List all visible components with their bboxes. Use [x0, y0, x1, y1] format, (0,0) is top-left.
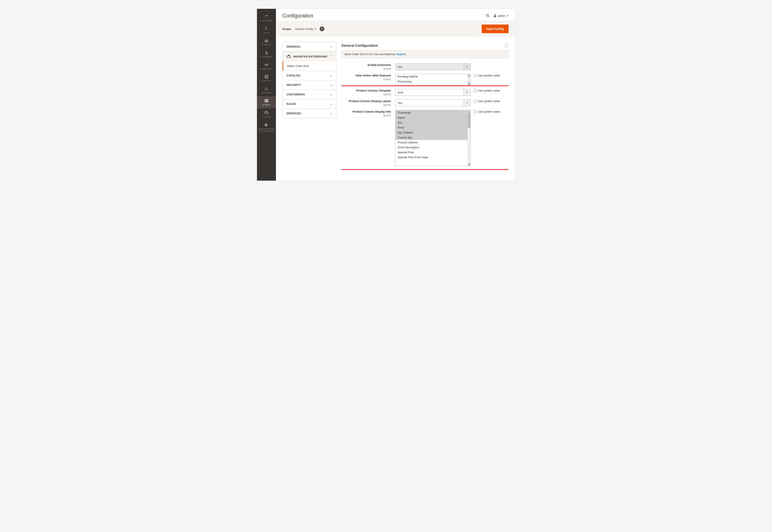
- collapse-button[interactable]: ⌃: [504, 43, 509, 48]
- developer-note: Better Order Grid v2.0.17 was developed …: [341, 50, 509, 58]
- option[interactable]: Pending PayPal: [396, 74, 471, 79]
- dollar-icon: [264, 26, 269, 31]
- field-product-column-display-labels: Product Column Display Labels[global] Ye…: [341, 98, 509, 108]
- field-hide-orders: Hide Orders With Statuses[global] Pendin…: [341, 72, 509, 87]
- option[interactable]: Name: [396, 115, 471, 120]
- system-checkbox[interactable]: [474, 74, 477, 77]
- note-text: Better Order Grid v2.0.17 was developed …: [344, 53, 396, 56]
- highlighted-region: Product Column Template[global] Grid▼ Us…: [341, 87, 509, 168]
- product-column-display-info-multiselect[interactable]: ThumbnailNameSkuPriceQty OrderedCurrent …: [395, 110, 471, 166]
- sidebar-partners[interactable]: FIND PARTNERS & EXTENSIONS: [257, 120, 276, 134]
- resize-handle[interactable]: [468, 164, 471, 166]
- scope-tag: [global]: [383, 78, 391, 81]
- config-nav: GENERAL⌄MAGEFAN EXTENSIONS⌃Better Order …: [282, 42, 336, 181]
- sidebar-label: FIND PARTNERS & EXTENSIONS: [257, 128, 276, 132]
- note-suffix: .: [406, 53, 407, 56]
- puzzle-icon: [264, 123, 269, 127]
- select-value: Yes: [396, 64, 464, 70]
- option[interactable]: Price: [396, 125, 471, 130]
- config-nav-catalog[interactable]: CATALOG⌄: [282, 71, 336, 80]
- use-system-value[interactable]: Use system value: [471, 74, 500, 77]
- sidebar-label: STORES: [262, 104, 270, 106]
- option[interactable]: Current Qty: [396, 135, 471, 140]
- store-icon: [264, 98, 269, 103]
- system-label: Use system value: [478, 74, 500, 77]
- layout-icon: [264, 74, 269, 79]
- dropdown-icon: ▼: [464, 64, 471, 70]
- scope-selector[interactable]: Default Config: [295, 27, 313, 31]
- sidebar-system[interactable]: SYSTEM: [257, 108, 276, 120]
- scope-tag: [global]: [383, 93, 391, 96]
- hide-orders-multiselect[interactable]: Pending PayPal Processing ▲▼: [395, 74, 471, 85]
- scope-help-button[interactable]: ?: [320, 26, 324, 31]
- field-label: Hide Orders With Statuses: [341, 74, 391, 77]
- option[interactable]: Qty Ordered: [396, 130, 471, 135]
- caret-down-icon: ▼: [507, 15, 509, 17]
- sidebar-customers[interactable]: CUSTOMERS: [257, 48, 276, 60]
- search-icon: [486, 14, 490, 18]
- sidebar-marketing[interactable]: MARKETING: [257, 60, 276, 72]
- config-nav-sales[interactable]: SALES⌄: [282, 99, 336, 109]
- scope-tag: [global]: [383, 104, 391, 106]
- sidebar-catalog[interactable]: CATALOG: [257, 36, 276, 48]
- system-label: Use system value: [478, 99, 500, 103]
- nav-group-label: GENERAL: [286, 45, 300, 48]
- option[interactable]: Thumbnail: [396, 110, 471, 115]
- config-nav-security[interactable]: SECURITY⌄: [282, 80, 336, 90]
- config-nav-magefan-extensions[interactable]: MAGEFAN EXTENSIONS⌃: [282, 51, 336, 61]
- sidebar-label: MARKETING: [260, 68, 272, 70]
- system-label: Use system value: [478, 110, 500, 113]
- option[interactable]: Special Price From Date: [396, 155, 471, 160]
- scrollbar[interactable]: ▲▼: [468, 110, 471, 166]
- chevron-down-icon: ⌄: [330, 74, 332, 77]
- option[interactable]: Special Price: [396, 150, 471, 155]
- admin-sidebar: DASHBOARDSALESCATALOGCUSTOMERSMARKETINGC…: [257, 9, 276, 181]
- sidebar-label: CONTENT: [261, 80, 271, 82]
- sidebar-label: CATALOG: [262, 44, 271, 46]
- option[interactable]: Processing: [396, 79, 471, 84]
- product-column-display-labels-select[interactable]: Yes▼: [395, 99, 471, 106]
- scroll-up-icon[interactable]: ▲: [468, 110, 471, 113]
- sidebar-content[interactable]: CONTENT: [257, 72, 276, 84]
- field-label: Enable Extension: [341, 63, 391, 67]
- search-button[interactable]: [486, 14, 490, 18]
- config-panel: General Configuration ⌃ Better Order Gri…: [341, 42, 509, 181]
- nav-group-label: SECURITY: [286, 83, 301, 87]
- enable-extension-select[interactable]: Yes▼: [395, 63, 471, 70]
- use-system-value[interactable]: Use system value: [471, 89, 500, 92]
- nav-group-label: SERVICES: [286, 112, 301, 115]
- megaphone-icon: [264, 62, 269, 67]
- product-column-template-select[interactable]: Grid▼: [395, 89, 471, 96]
- resize-handle[interactable]: [468, 83, 471, 85]
- option[interactable]: Short Description: [396, 145, 471, 150]
- sidebar-dashboard[interactable]: DASHBOARD: [257, 12, 276, 24]
- option[interactable]: Sku: [396, 120, 471, 125]
- chevron-up-icon: ⌃: [330, 55, 332, 58]
- config-nav-customers[interactable]: CUSTOMERS⌄: [282, 90, 336, 99]
- sidebar-sales[interactable]: SALES: [257, 24, 276, 36]
- caret-down-icon[interactable]: ▼: [314, 28, 316, 30]
- magefan-link[interactable]: Magefan: [396, 53, 406, 56]
- box-icon: [264, 38, 269, 43]
- system-checkbox[interactable]: [474, 110, 477, 113]
- option[interactable]: Product Options: [396, 140, 471, 145]
- sidebar-stores[interactable]: STORES: [257, 96, 276, 108]
- use-system-value[interactable]: Use system value: [471, 110, 500, 113]
- sidebar-reports[interactable]: REPORTS: [257, 84, 276, 96]
- system-checkbox[interactable]: [474, 100, 477, 103]
- app-frame: DASHBOARDSALESCATALOGCUSTOMERSMARKETINGC…: [257, 9, 515, 181]
- chevron-down-icon: ⌄: [330, 102, 332, 105]
- magefan-logo-icon: [286, 54, 291, 58]
- scope-tag: [global]: [383, 114, 391, 117]
- page-header: Configuration admin ▼: [276, 9, 515, 21]
- select-value: Grid: [396, 89, 464, 96]
- config-nav-sub[interactable]: Better Order Grid: [282, 61, 336, 71]
- system-checkbox[interactable]: [474, 89, 477, 92]
- save-config-button[interactable]: Save Config: [482, 25, 509, 33]
- config-nav-services[interactable]: SERVICES⌄: [282, 109, 336, 118]
- dash-icon: [264, 14, 269, 19]
- user-menu[interactable]: admin ▼: [493, 14, 509, 18]
- scroll-up-icon[interactable]: ▲: [468, 74, 471, 77]
- config-nav-general[interactable]: GENERAL⌄: [282, 42, 336, 51]
- use-system-value[interactable]: Use system value: [471, 99, 500, 103]
